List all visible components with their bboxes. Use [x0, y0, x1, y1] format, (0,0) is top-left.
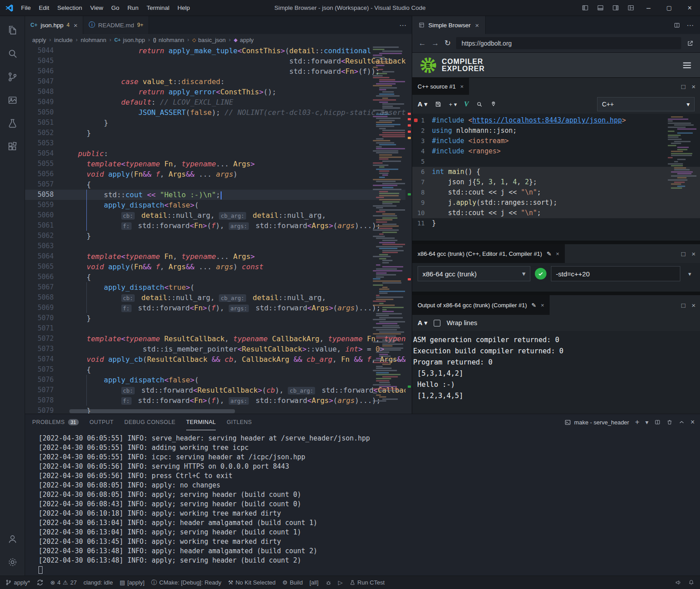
code-line[interactable]: 5075 { — [25, 364, 412, 375]
breadcrumb-item-json.hpp[interactable]: C+json.hpp — [114, 37, 145, 43]
browser-reload-icon[interactable]: ↻ — [444, 38, 451, 48]
cmake-project[interactable]: ▤[apply] — [120, 579, 145, 586]
code-line[interactable]: 5050 JSON_ASSERT(false); // NOLINT(cert-… — [25, 107, 412, 118]
code-line[interactable]: 5076 apply_dispatch<false>( — [25, 375, 412, 385]
compiler-close-icon[interactable]: × — [691, 250, 696, 258]
compiler-options-input[interactable]: -std=c++20 — [551, 266, 680, 281]
compiler-tab-close-icon[interactable]: × — [556, 250, 559, 257]
output-title-edit-icon[interactable]: ✎ — [531, 302, 536, 309]
url-input[interactable]: https://godbolt.org — [456, 37, 681, 49]
font-size-icon[interactable]: A ▾ — [418, 100, 427, 108]
source-tab-close-icon[interactable]: × — [460, 83, 464, 90]
include-link[interactable]: https://localhost:8443/apply/json.hpp — [472, 116, 622, 124]
language-select[interactable]: C++ ▾ — [597, 97, 695, 111]
code-line[interactable]: 5072 template<typename ResultCallback, t… — [25, 334, 412, 344]
code-line[interactable]: 5073 std::is_member_pointer<ResultCallba… — [25, 344, 412, 354]
compiler-select[interactable]: x86-64 gcc (trunk) ▾ — [418, 266, 530, 281]
godbolt-code-line[interactable]: 7 json j{5, 3, 1, 4, 2}; — [412, 177, 700, 187]
code-line[interactable]: 5052 } — [25, 128, 412, 138]
clangd-status[interactable]: clangd: idle — [83, 579, 113, 586]
code-line[interactable]: 5051 } — [25, 118, 412, 128]
panel-tab-debug-console[interactable]: DEBUG CONSOLE — [124, 414, 175, 430]
cmake-kit[interactable]: ⚒No Kit Selected — [228, 579, 276, 586]
ctest-run[interactable]: Run CTest — [350, 579, 385, 586]
vim-mode-icon[interactable]: V — [464, 100, 469, 108]
output-maximize-icon[interactable]: □ — [681, 301, 685, 309]
close-button[interactable]: × — [679, 0, 700, 16]
code-line[interactable]: 5069 f: std::forward<Fn>(f), args: std::… — [25, 303, 412, 313]
godbolt-source-editor[interactable]: 1#include <https://localhost:8443/apply/… — [412, 114, 700, 241]
code-line[interactable]: 5062 } — [25, 231, 412, 241]
breadcrumb-item-include[interactable]: include — [54, 37, 73, 43]
activity-accounts[interactable] — [2, 527, 23, 551]
cmake-debug[interactable] — [325, 580, 332, 586]
menu-go[interactable]: Go — [107, 2, 124, 13]
save-icon[interactable] — [435, 101, 442, 108]
code-line[interactable]: 5058 std::cout << "Hello :-)\n"; — [25, 190, 412, 200]
feedback[interactable] — [675, 579, 682, 586]
new-terminal-icon[interactable]: + — [635, 418, 640, 427]
menu-edit[interactable]: Edit — [35, 2, 53, 13]
open-external-icon[interactable] — [687, 40, 694, 47]
toggle-secondary-sidebar-icon[interactable] — [608, 0, 623, 16]
cmake-variant[interactable]: ⓘCMake: [Debug]: Ready — [151, 579, 222, 587]
source-close-icon[interactable]: × — [691, 83, 696, 90]
code-line[interactable]: 5068 cb: detail::null_arg, cb_arg: detai… — [25, 292, 412, 303]
terminal-process-select[interactable]: make - serve_header — [564, 419, 629, 426]
godbolt-minimap[interactable] — [668, 116, 696, 193]
breadcrumb-item-apply[interactable]: ◆apply — [234, 37, 254, 43]
editor-more-actions-icon[interactable]: ⋯ — [394, 16, 412, 34]
code-line[interactable]: 5055 template<typename Fn, typename... A… — [25, 159, 412, 169]
customize-layout-icon[interactable] — [623, 0, 638, 16]
code-line[interactable]: 5045 std::forward<ResultCallback>(cb), — [25, 56, 412, 66]
compiler-pane-tab[interactable]: x86-64 gcc (trunk) (C++, Editor #1, Comp… — [412, 244, 565, 263]
code-line[interactable]: 5056 void apply(Fn&& f, Args&& ... args) — [25, 169, 412, 179]
compiler-title-edit-icon[interactable]: ✎ — [546, 250, 551, 257]
menu-view[interactable]: View — [86, 2, 107, 13]
cmake-build[interactable]: ⚙Build — [282, 579, 303, 586]
code-line[interactable]: 5065 void apply(Fn&& f, Args&& ... args)… — [25, 262, 412, 272]
simple-browser-tab[interactable]: Simple Browser × — [412, 16, 486, 34]
split-editor-icon[interactable] — [674, 22, 680, 29]
code-line[interactable]: 5048 return apply_error<ConstThis>(); — [25, 87, 412, 97]
breadcrumb-item-apply[interactable]: apply — [32, 37, 46, 43]
menu-selection[interactable]: Selection — [53, 2, 86, 13]
split-terminal-icon[interactable] — [654, 419, 661, 425]
code-line[interactable]: 5063 — [25, 241, 412, 251]
code-line[interactable]: 5059 apply_dispatch<false>( — [25, 200, 412, 210]
output-close-icon[interactable]: × — [691, 301, 696, 309]
godbolt-code-line[interactable]: 4#include <ranges> — [412, 146, 700, 157]
editor-tab-json.hpp[interactable]: C+json.hpp4× — [25, 16, 83, 34]
code-editor[interactable]: 5044 return apply_make_tuple<ConstThis>(… — [25, 46, 412, 414]
code-line[interactable]: 5064 template<typename Fn, typename... A… — [25, 251, 412, 262]
source-pane-tab[interactable]: C++ source #1 × — [412, 78, 469, 95]
options-caret-icon[interactable]: ▾ — [685, 271, 695, 277]
minimap[interactable] — [373, 47, 405, 407]
godbolt-code-line[interactable]: 5 — [412, 157, 700, 167]
editor-tab-readme.md[interactable]: ⓘREADME.md9+ — [83, 16, 149, 34]
horizontal-scrollbar[interactable] — [69, 409, 356, 413]
browser-more-actions-icon[interactable]: ⋯ — [687, 21, 694, 30]
browser-forward-icon[interactable]: → — [431, 39, 439, 48]
maximize-button[interactable]: ▢ — [659, 0, 679, 16]
code-line[interactable]: 5046 std::forward<Fn>(f)); — [25, 66, 412, 76]
activity-remote-explorer[interactable] — [2, 89, 23, 112]
godbolt-code-line[interactable]: 2using nlohmann::json; — [412, 126, 700, 136]
breadcrumb-item-basic_json[interactable]: ◇basic_json — [192, 37, 226, 43]
code-line[interactable]: 5067 apply_dispatch<true>( — [25, 282, 412, 292]
godbolt-code-line[interactable]: 6int main() { — [412, 167, 700, 177]
menu-terminal[interactable]: Terminal — [142, 2, 173, 13]
toggle-sidebar-icon[interactable] — [577, 0, 593, 16]
code-line[interactable]: 5077 cb: std::forward<ResultCallback>(cb… — [25, 385, 412, 395]
code-line[interactable]: 5060 cb: detail::null_arg, cb_arg: detai… — [25, 210, 412, 220]
breadcrumb-item-nlohmann[interactable]: {}nlohmann — [153, 37, 184, 43]
activity-testing[interactable] — [2, 112, 23, 135]
godbolt-code-line[interactable]: 9 j.apply(std::ranges::sort); — [412, 198, 700, 208]
minimize-button[interactable]: – — [638, 0, 659, 16]
menu-help[interactable]: Help — [173, 2, 194, 13]
code-line[interactable]: 5071 — [25, 323, 412, 334]
panel-tab-problems[interactable]: PROBLEMS31 — [32, 414, 79, 430]
toggle-panel-icon[interactable] — [593, 0, 608, 16]
panel-tab-output[interactable]: OUTPUT — [90, 414, 114, 430]
git-branch-status[interactable]: apply* — [5, 579, 30, 586]
